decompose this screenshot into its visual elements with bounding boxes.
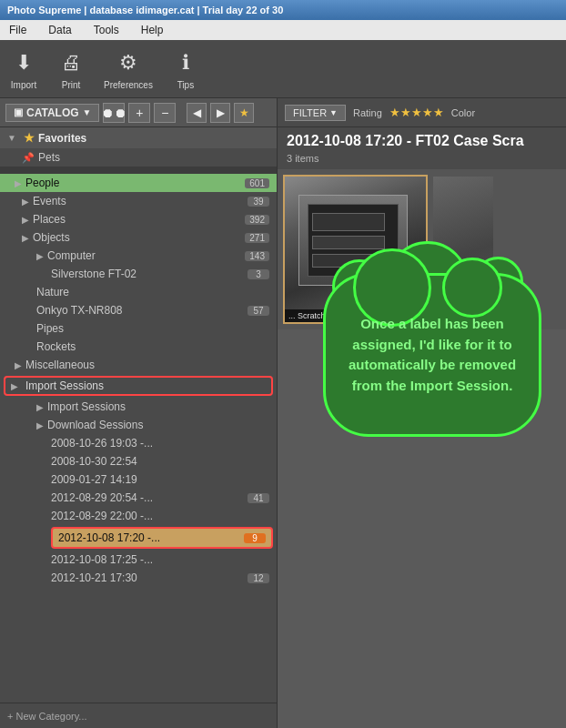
nav-forward-button[interactable]: ▶ (210, 103, 230, 123)
expand-arrow-people: ▶ (15, 178, 22, 188)
title-bar: Photo Supreme | database idimager.cat | … (0, 0, 566, 20)
objects-badge: 271 (245, 233, 269, 243)
catalog-sync-button[interactable]: ⏺⏺ (103, 103, 125, 123)
rating-stars[interactable]: ★★★★★ (389, 106, 444, 119)
expand-arrow-download: ▶ (36, 420, 44, 430)
catalog-dropdown[interactable]: ▣ CATALOG ▼ (5, 104, 99, 122)
tree-item-objects[interactable]: ▶ Objects 271 (0, 228, 277, 247)
filter-button[interactable]: FILTER ▼ (285, 105, 346, 121)
print-button[interactable]: 🖨 Print (56, 48, 86, 90)
cloud-tooltip: Once a label has been assigned, I'd like… (323, 273, 541, 437)
catalog-bar: ▣ CATALOG ▼ ⏺⏺ + − ◀ ▶ ★ (0, 98, 277, 127)
onkyo-badge: 57 (248, 306, 269, 316)
tree-area: ▼ ★ Favorites 📌 Pets ▶ People 601 ▶ Even… (0, 127, 277, 703)
toolbar: ⬇ Import 🖨 Print ⚙ Preferences ℹ Tips (0, 40, 566, 98)
cloud-background: Once a label has been assigned, I'd like… (323, 273, 541, 437)
favorites-star-icon: ★ (24, 131, 35, 145)
nav-star-button[interactable]: ★ (234, 103, 254, 123)
events-badge: 39 (248, 197, 269, 207)
left-panel: ▣ CATALOG ▼ ⏺⏺ + − ◀ ▶ ★ ▼ ★ Favorites 📌 (0, 98, 278, 728)
tree-item-events[interactable]: ▶ Events 39 (0, 192, 277, 210)
import-sessions-header[interactable]: ▶ Import Sessions (4, 376, 273, 396)
cloud-shape: Once a label has been assigned, I'd like… (323, 273, 541, 437)
menu-file[interactable]: File (5, 22, 30, 38)
session4-badge: 41 (248, 493, 269, 503)
filter-bar: FILTER ▼ Rating ★★★★★ Color (278, 98, 566, 127)
divider (0, 167, 277, 174)
expand-arrow-objects: ▶ (22, 233, 29, 243)
add-category-button[interactable]: + New Category... (0, 703, 277, 728)
places-badge: 392 (245, 215, 269, 225)
session8-badge: 12 (248, 573, 269, 583)
active-session-item[interactable]: 2012-10-08 17:20 -... 9 (51, 527, 273, 549)
tree-item-download-sessions[interactable]: ▶ Download Sessions (0, 416, 277, 434)
catalog-add-button[interactable]: + (128, 103, 150, 123)
expand-arrow-computer: ▶ (36, 251, 44, 261)
expand-arrow-events: ▶ (22, 197, 29, 207)
menu-tools[interactable]: Tools (90, 22, 123, 38)
expand-arrow-import: ▶ (11, 381, 18, 391)
tree-item-pets[interactable]: 📌 Pets (0, 148, 277, 167)
expand-arrow-misc: ▶ (15, 360, 22, 370)
tree-item-people[interactable]: ▶ People 601 (0, 174, 277, 192)
preferences-icon: ⚙ (114, 48, 143, 77)
import-button[interactable]: ⬇ Import (9, 48, 38, 90)
right-panel: FILTER ▼ Rating ★★★★★ Color 2012-10-08 1… (278, 98, 566, 728)
catalog-caret-icon: ▼ (83, 107, 92, 117)
tree-item-pipes[interactable]: Pipes (0, 319, 277, 338)
silverstone-badge: 3 (248, 269, 269, 279)
menu-help[interactable]: Help (137, 22, 167, 38)
favorites-header[interactable]: ▼ ★ Favorites (0, 127, 277, 148)
tree-item-silverstone[interactable]: Silverstone FT-02 3 (0, 265, 277, 283)
tree-item-nature[interactable]: Nature (0, 283, 277, 301)
import-icon: ⬇ (9, 48, 38, 77)
expand-arrow-import-sub: ▶ (36, 402, 44, 412)
tree-item-onkyo[interactable]: Onkyo TX-NR808 57 (0, 301, 277, 319)
computer-badge: 143 (245, 251, 269, 261)
tree-item-rockets[interactable]: Rockets (0, 338, 277, 356)
tree-item-session-2[interactable]: 2008-10-30 22:54 (0, 452, 277, 470)
tree-item-session-5[interactable]: 2012-08-29 22:00 -... (0, 507, 277, 525)
filter-caret-icon: ▼ (329, 108, 338, 117)
tree-item-miscellaneous[interactable]: ▶ Miscellaneous (0, 356, 277, 374)
nav-controls: ◀ ▶ ★ (187, 103, 254, 123)
tree-item-session-8[interactable]: 2012-10-21 17:30 12 (0, 569, 277, 587)
expand-arrow-favorites: ▼ (7, 133, 16, 143)
tips-button[interactable]: ℹ Tips (171, 48, 200, 90)
print-icon: 🖨 (56, 48, 86, 77)
tips-icon: ℹ (171, 48, 200, 77)
item-count: 3 items (278, 151, 566, 169)
menu-data[interactable]: Data (45, 22, 75, 38)
tree-item-session-4[interactable]: 2012-08-29 20:54 -... 41 (0, 489, 277, 507)
color-label: Color (451, 107, 475, 118)
album-title: 2012-10-08 17:20 - FT02 Case Scra (278, 127, 566, 151)
catalog-label-text: CATALOG (26, 106, 79, 119)
pets-pin-icon: 📌 (22, 152, 35, 164)
catalog-remove-button[interactable]: − (154, 103, 176, 123)
favorites-label: Favorites (38, 132, 86, 145)
tree-item-session-3[interactable]: 2009-01-27 14:19 (0, 470, 277, 489)
nav-back-button[interactable]: ◀ (187, 103, 207, 123)
tree-item-places[interactable]: ▶ Places 392 (0, 210, 277, 228)
tree-item-session-1[interactable]: 2008-10-26 19:03 -... (0, 434, 277, 452)
cloud-message: Once a label has been assigned, I'd like… (326, 296, 539, 414)
people-badge: 601 (245, 178, 269, 188)
expand-arrow-places: ▶ (22, 215, 29, 225)
menu-bar: File Data Tools Help (0, 20, 566, 40)
preferences-button[interactable]: ⚙ Preferences (104, 48, 153, 90)
rating-label: Rating (353, 107, 382, 118)
active-session-badge: 9 (244, 533, 266, 543)
main-area: ▣ CATALOG ▼ ⏺⏺ + − ◀ ▶ ★ ▼ ★ Favorites 📌 (0, 98, 566, 728)
content-area: 2012-10-08 17:20 - FT02 Case Scra 3 item… (278, 127, 566, 728)
tree-item-session-7[interactable]: 2012-10-08 17:25 -... (0, 551, 277, 569)
catalog-icon: ▣ (14, 106, 23, 118)
tree-item-computer[interactable]: ▶ Computer 143 (0, 247, 277, 265)
tree-item-import-sessions[interactable]: ▶ Import Sessions (0, 398, 277, 416)
title-text: Photo Supreme | database idimager.cat | … (7, 5, 283, 15)
